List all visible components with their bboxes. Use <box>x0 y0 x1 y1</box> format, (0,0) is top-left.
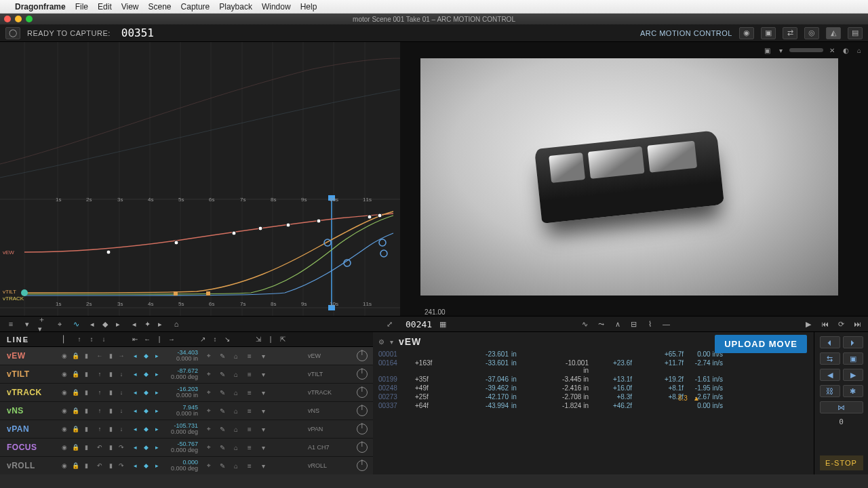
motion-graph[interactable]: vEW vTILT vTRACK 1s2s3s4s5s6s7s8s9s10s11… <box>0 42 400 316</box>
ease-out-icon[interactable]: ↗ <box>197 333 209 346</box>
jog-fwd-icon[interactable]: → <box>117 351 126 361</box>
ease-icon[interactable]: ⤳ <box>596 319 607 329</box>
menu-capture[interactable]: Capture <box>181 2 210 12</box>
upload-move-button[interactable]: UPLOAD MOVE <box>715 335 807 353</box>
loop-icon[interactable]: ⟳ <box>835 319 846 329</box>
move-mid-icon[interactable]: ↕ <box>85 333 98 346</box>
window-controls[interactable] <box>4 16 33 22</box>
move-down-icon[interactable]: ↓ <box>98 333 110 346</box>
sync-icon[interactable]: ⇄ <box>783 27 797 39</box>
record-icon[interactable]: ◯ <box>5 27 20 39</box>
hold-icon[interactable]: ⊟ <box>629 319 639 329</box>
step-back-icon[interactable]: ◆ <box>100 319 111 329</box>
crosshair-icon[interactable]: ✕ <box>827 45 837 55</box>
jog-stop-icon[interactable]: ▮ <box>106 351 115 361</box>
move-up-icon[interactable]: ↑ <box>73 333 85 346</box>
column-mode-icon[interactable]: ⎮ <box>57 333 69 346</box>
ease-both-icon[interactable]: ↕ <box>209 333 221 346</box>
menu-playback[interactable]: Playback <box>219 2 252 12</box>
enable-icon[interactable]: ▮ <box>81 351 91 361</box>
camera-viewport[interactable]: ▣ ▾ ✕ ◐ ⌂ 241.00 <box>400 42 868 316</box>
align-prev-icon[interactable]: ← <box>141 333 153 346</box>
collapse-out-icon[interactable]: ⇱ <box>277 333 289 346</box>
panel-toggle-icon[interactable]: ▤ <box>848 27 863 39</box>
align-center-icon[interactable]: | <box>153 333 165 346</box>
tangent-flat-icon[interactable]: — <box>661 319 672 329</box>
live-view-image <box>420 58 838 296</box>
shuttle-lock-icon[interactable]: ⛓ <box>820 385 840 397</box>
minimize-icon[interactable] <box>15 16 22 22</box>
menu-window[interactable]: Window <box>262 2 291 12</box>
camera-icon[interactable]: ▣ <box>761 27 776 39</box>
key-add-icon[interactable]: ◆ <box>141 351 151 361</box>
grid-icon[interactable]: ▦ <box>437 319 448 329</box>
zoom-icon[interactable] <box>26 16 33 22</box>
step-fwd-icon[interactable]: ▸ <box>113 319 123 329</box>
key-prev-icon[interactable]: ◂ <box>130 351 140 361</box>
shuttle-mark-icon[interactable]: ⋈ <box>820 401 863 413</box>
dropdown-icon[interactable]: ▾ <box>22 319 33 329</box>
timeline-ruler-bottom[interactable]: 1s2s3s4s5s6s7s8s9s10s11s <box>24 301 393 309</box>
shuttle-gear-icon[interactable]: ✱ <box>843 385 863 397</box>
eye-icon[interactable]: ◉ <box>60 351 69 361</box>
step-first-icon[interactable]: ◂ <box>87 319 98 329</box>
lock-icon[interactable]: 🔒 <box>71 351 80 361</box>
capture-button[interactable]: ◉ <box>739 27 754 39</box>
settings-gear-icon[interactable]: ⚙ <box>378 338 384 346</box>
linear-icon[interactable]: ∧ <box>612 319 623 329</box>
menu-file[interactable]: File <box>75 2 88 12</box>
menu-help[interactable]: Help <box>300 2 317 12</box>
play-icon[interactable]: ▶ <box>803 319 814 329</box>
timeline-ruler-top[interactable]: 1s2s3s4s5s6s7s8s9s10s11s <box>24 197 393 205</box>
home-icon[interactable]: ⌂ <box>854 45 864 55</box>
mask-icon[interactable]: ◐ <box>841 45 850 55</box>
nudge-fwd-icon[interactable]: ▸ <box>155 319 165 329</box>
collapse-in-icon[interactable]: ⇲ <box>252 333 264 346</box>
estop-button[interactable]: E-STOP <box>820 455 863 470</box>
playhead-frame[interactable]: 00241 <box>406 319 432 329</box>
key-next-icon[interactable]: ▸ <box>152 351 161 361</box>
home-position-icon[interactable]: ⌂ <box>171 319 182 329</box>
fx-icon[interactable]: ▾ <box>258 350 269 361</box>
window-title: motor Scene 001 Take 01 – ARC MOTION CON… <box>353 16 515 23</box>
app-menu[interactable]: Dragonframe <box>15 2 66 12</box>
shuttle-fwd-icon[interactable]: ⏵ <box>843 336 863 348</box>
camera-settings-icon[interactable]: ▣ <box>762 45 772 55</box>
exposure-down-icon[interactable]: ▾ <box>776 45 785 55</box>
menu-icon[interactable]: ≡ <box>244 350 255 361</box>
tangent-break-icon[interactable]: ⌇ <box>645 319 656 329</box>
shuttle-rew-icon[interactable]: ⏴ <box>820 336 840 348</box>
arc-workspace-icon[interactable]: ◭ <box>826 27 841 39</box>
target-icon[interactable]: ◎ <box>804 27 819 39</box>
zoom-fit-icon[interactable]: ⤢ <box>384 319 395 329</box>
close-icon[interactable] <box>4 16 11 22</box>
macos-menubar[interactable]: Dragonframe File Edit View Scene Capture… <box>0 0 868 14</box>
shuttle-prev-icon[interactable]: ◀ <box>820 369 840 381</box>
menu-scene[interactable]: Scene <box>149 2 172 12</box>
keyframe-table[interactable]: 00001-23.601in+65.7f0.00 in/s 00164+163f… <box>378 350 808 410</box>
add-key-icon[interactable]: ＋▾ <box>38 319 49 329</box>
velocity-icon[interactable]: ∿ <box>71 319 81 329</box>
link-icon[interactable]: ⌖ <box>203 350 214 361</box>
ease-in-icon[interactable]: ↘ <box>221 333 233 346</box>
nudge-back-icon[interactable]: ◂ <box>129 319 140 329</box>
list-view-icon[interactable]: ≡ <box>5 319 16 329</box>
menu-view[interactable]: View <box>121 2 139 12</box>
shuttle-set-icon[interactable]: ▣ <box>843 352 863 365</box>
collapse-mid-icon[interactable]: | <box>264 333 277 346</box>
snap-icon[interactable]: ⌖ <box>54 319 65 329</box>
options-icon[interactable]: ▾ <box>390 338 393 346</box>
nudge-center-icon[interactable]: ✦ <box>142 319 153 329</box>
home-axis-icon[interactable]: ⌂ <box>231 350 241 361</box>
go-start-icon[interactable]: ⏮ <box>819 319 830 329</box>
shuttle-mode-icon[interactable]: ⇆ <box>820 352 840 365</box>
menu-edit[interactable]: Edit <box>98 2 112 12</box>
opacity-slider[interactable] <box>789 48 823 52</box>
write-icon[interactable]: ✎ <box>217 350 228 361</box>
jog-back-icon[interactable]: ← <box>95 351 104 361</box>
go-end-icon[interactable]: ⏭ <box>852 319 863 329</box>
shuttle-next-icon[interactable]: ▶ <box>843 369 863 381</box>
align-next-icon[interactable]: → <box>165 333 178 346</box>
bezier-icon[interactable]: ∿ <box>580 319 591 329</box>
align-left-icon[interactable]: ⇤ <box>129 333 141 346</box>
